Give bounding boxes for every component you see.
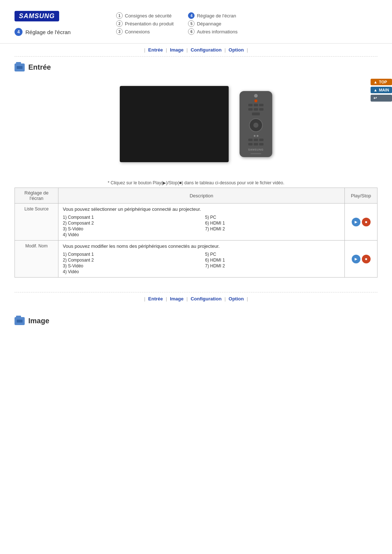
play-button-2[interactable]: ▶ <box>352 255 360 263</box>
bottom-nav-sep-2: | <box>187 296 188 301</box>
remote-dot-1 <box>254 135 256 137</box>
remote-btn-row-4 <box>254 135 258 137</box>
chapter-number: 4 <box>15 28 23 36</box>
top-nav-bar: | Entrée | Image | Configuration | Optio… <box>15 44 377 57</box>
row-playstop-1[interactable]: ▶ ■ <box>345 204 377 241</box>
play-stop-buttons-1[interactable]: ▶ ■ <box>349 218 373 226</box>
remote-btn-2 <box>254 104 258 106</box>
header-left: SAMSUNG 4 Réglage de l'écran <box>15 11 94 36</box>
nav-label-6: Autres informations <box>197 29 237 34</box>
nav-item-3: 3 Connexions <box>116 28 173 35</box>
remote-brand-label: SAMSUNG <box>248 148 264 151</box>
source-item-1-4: 4) Vidéo <box>63 232 198 237</box>
illustration-wrapper: SAMSUNG <box>120 86 272 162</box>
source-item-2-6: 6) HDMI 1 <box>205 258 340 263</box>
col-header-1: Réglage de l'écran <box>15 188 58 204</box>
source-item-2-2: 2) Composant 2 <box>63 258 198 263</box>
source-item-1-2: 2) Composant 2 <box>63 221 198 226</box>
feature-table: Réglage de l'écran Description Play/Stop… <box>15 188 377 278</box>
nav-item-5: 5 Dépannage <box>188 20 245 27</box>
svg-rect-1 <box>17 66 23 69</box>
remote-top-indicator <box>254 94 258 98</box>
section-image: Image <box>0 305 392 329</box>
remote-bottom-bar <box>250 153 261 154</box>
remote-btn-row-3 <box>252 112 260 115</box>
nav-separator-2: | <box>187 47 188 53</box>
source-list-2: 1) Composant 1 5) PC 2) Composant 2 6) H… <box>63 252 340 274</box>
nav-link-option[interactable]: Option <box>229 47 244 53</box>
source-list-1: 1) Composant 1 5) PC 2) Composant 2 6) H… <box>63 215 340 237</box>
remote-btn-6 <box>259 108 264 111</box>
remote-nav-circle <box>249 118 263 132</box>
side-btn-top[interactable]: ▲ TOP <box>371 79 392 85</box>
nav-item-6: 6 Autres informations <box>188 28 245 35</box>
nav-num-1: 1 <box>116 12 123 19</box>
source-item-1-7: 7) HDMI 2 <box>205 226 340 231</box>
section-entree-title: Entrée <box>0 57 392 75</box>
remote-btn-row-1 <box>248 104 264 106</box>
bottom-nav-link-entree[interactable]: Entrée <box>148 296 163 301</box>
remote-btn-7 <box>252 112 260 115</box>
top-label: TOP <box>379 80 387 84</box>
table-section: * Cliquez sur le bouton Play(▶)/Stop(■) … <box>0 173 392 285</box>
header-navigation: 1 Consignes de sécurité 4 Réglage de l'é… <box>116 12 246 35</box>
nav-link-configuration[interactable]: Configuration <box>191 47 221 53</box>
bottom-nav-bar: | Entrée | Image | Configuration | Optio… <box>15 292 377 305</box>
remote-btn-row-6 <box>248 143 264 145</box>
side-btn-back[interactable]: ↩ <box>371 95 392 102</box>
row-playstop-2[interactable]: ▶ ■ <box>345 241 377 278</box>
table-row-modif-nom: Modif. Nom Vous pouvez modifier les noms… <box>15 241 377 278</box>
remote-btn-11 <box>248 143 253 145</box>
main-label: MAIN <box>379 88 389 92</box>
nav-num-6: 6 <box>188 28 195 35</box>
side-btn-main[interactable]: ▲ MAIN <box>371 87 392 93</box>
source-item-2-5: 5) PC <box>205 252 340 257</box>
nav-link-entree[interactable]: Entrée <box>148 47 163 53</box>
tv-screen-image <box>120 86 229 162</box>
section-image-heading: Image <box>28 317 49 325</box>
nav-num-2: 2 <box>116 20 123 27</box>
bottom-nav-link-option[interactable]: Option <box>229 296 244 301</box>
stop-button-2[interactable]: ■ <box>362 255 371 263</box>
remote-btn-13 <box>259 143 264 145</box>
nav-num-3: 3 <box>116 28 123 35</box>
row-desc-liste-source: Vous pouvez sélectionner un périphérique… <box>58 204 345 241</box>
row-desc-modif-nom: Vous pouvez modifier les noms des périph… <box>58 241 345 278</box>
source-item-1-5: 5) PC <box>205 215 340 220</box>
remote-led <box>254 99 257 102</box>
nav-separator-0: | <box>144 47 145 53</box>
row-header-modif-nom: Modif. Nom <box>15 241 58 278</box>
source-item-2-3: 3) S-Vidéo <box>63 263 198 268</box>
row-header-liste-source: Liste Source <box>15 204 58 241</box>
nav-num-5: 5 <box>188 20 195 27</box>
nav-link-image[interactable]: Image <box>170 47 184 53</box>
remote-btn-1 <box>248 104 253 106</box>
top-icon: ▲ <box>373 80 377 84</box>
row-desc-text-2: Vous pouvez modifier les noms des périph… <box>63 243 340 249</box>
nav-label-5: Dépannage <box>197 21 221 26</box>
illustration-area: SAMSUNG ▲ TOP ▲ MAIN ↩ <box>0 75 392 173</box>
remote-btn-4 <box>248 108 253 111</box>
svg-rect-3 <box>17 320 23 323</box>
remote-btn-5 <box>254 108 258 111</box>
side-nav-buttons[interactable]: ▲ TOP ▲ MAIN ↩ <box>371 79 392 102</box>
nav-label-4: Réglage de l'écran <box>197 13 236 19</box>
page-header: SAMSUNG 4 Réglage de l'écran 1 Consignes… <box>0 0 392 44</box>
play-button-1[interactable]: ▶ <box>352 218 360 226</box>
remote-btn-row-5 <box>248 139 264 141</box>
source-item-1-3: 3) S-Vidéo <box>63 226 198 231</box>
stop-button-1[interactable]: ■ <box>362 218 371 226</box>
col-header-3: Play/Stop <box>345 188 377 204</box>
col-header-2: Description <box>58 188 345 204</box>
bottom-nav-link-image[interactable]: Image <box>170 296 184 301</box>
source-item-2-4: 4) Vidéo <box>63 269 198 274</box>
bottom-nav-link-configuration[interactable]: Configuration <box>191 296 221 301</box>
chapter-title: Réglage de l'écran <box>25 29 71 35</box>
play-stop-buttons-2[interactable]: ▶ ■ <box>349 255 373 263</box>
remote-control-image: SAMSUNG <box>240 91 272 157</box>
main-icon: ▲ <box>373 88 377 92</box>
nav-item-4: 4 Réglage de l'écran <box>188 12 245 19</box>
nav-separator-3: | <box>224 47 225 53</box>
remote-btn-8 <box>248 139 253 141</box>
source-item-2-1: 1) Composant 1 <box>63 252 198 257</box>
